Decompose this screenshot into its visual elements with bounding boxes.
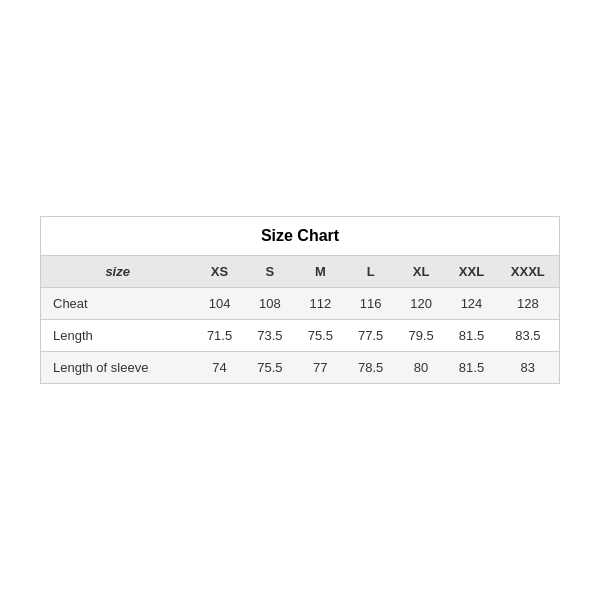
row-sleeve-xxl: 81.5 [446, 352, 496, 384]
header-size: size [41, 256, 195, 288]
size-chart-table: Size Chart size XS S M L XL XXL XXXL Che… [40, 216, 560, 384]
row-cheat-label: Cheat [41, 288, 195, 320]
row-length-m: 75.5 [295, 320, 345, 352]
row-length-xl: 79.5 [396, 320, 446, 352]
row-sleeve-l: 78.5 [346, 352, 396, 384]
row-length-xs: 71.5 [194, 320, 244, 352]
row-cheat-l: 116 [346, 288, 396, 320]
header-xxl: XXL [446, 256, 496, 288]
header-xxxl: XXXL [497, 256, 560, 288]
row-cheat-m: 112 [295, 288, 345, 320]
row-length-l: 77.5 [346, 320, 396, 352]
header-l: L [346, 256, 396, 288]
row-sleeve-xl: 80 [396, 352, 446, 384]
row-length-xxxl: 83.5 [497, 320, 560, 352]
row-length-xxl: 81.5 [446, 320, 496, 352]
row-length-label: Length [41, 320, 195, 352]
title-row: Size Chart [41, 217, 560, 256]
table-row: Cheat 104 108 112 116 120 124 128 [41, 288, 560, 320]
row-sleeve-s: 75.5 [245, 352, 295, 384]
size-chart-container: Size Chart size XS S M L XL XXL XXXL Che… [40, 216, 560, 384]
row-sleeve-xs: 74 [194, 352, 244, 384]
header-m: M [295, 256, 345, 288]
table-title: Size Chart [41, 217, 560, 256]
row-cheat-s: 108 [245, 288, 295, 320]
row-cheat-xl: 120 [396, 288, 446, 320]
row-length-s: 73.5 [245, 320, 295, 352]
row-cheat-xxl: 124 [446, 288, 496, 320]
header-xl: XL [396, 256, 446, 288]
row-sleeve-m: 77 [295, 352, 345, 384]
row-cheat-xxxl: 128 [497, 288, 560, 320]
header-xs: XS [194, 256, 244, 288]
header-s: S [245, 256, 295, 288]
table-row: Length of sleeve 74 75.5 77 78.5 80 81.5… [41, 352, 560, 384]
header-row: size XS S M L XL XXL XXXL [41, 256, 560, 288]
row-sleeve-label: Length of sleeve [41, 352, 195, 384]
row-sleeve-xxxl: 83 [497, 352, 560, 384]
table-row: Length 71.5 73.5 75.5 77.5 79.5 81.5 83.… [41, 320, 560, 352]
row-cheat-xs: 104 [194, 288, 244, 320]
